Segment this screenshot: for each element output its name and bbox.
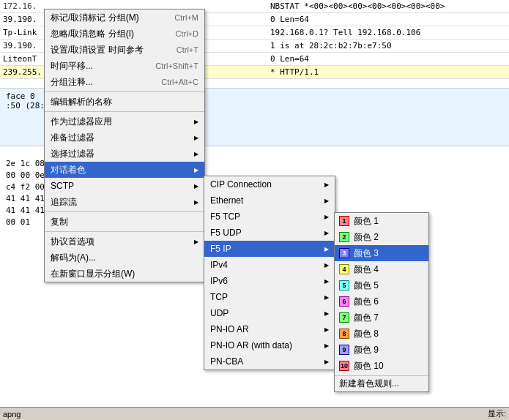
menu-item-cip[interactable]: CIP Connection ▶ [204, 176, 335, 192]
color-item-2[interactable]: 2 颜色 2 [335, 229, 428, 245]
color-item-1[interactable]: 1 颜色 1 [335, 213, 428, 229]
color-swatch-10: 10 [339, 361, 349, 371]
menu-item-select-filter[interactable]: 选择过滤器 ▶ [45, 146, 204, 162]
color-swatch-6: 6 [339, 296, 349, 307]
menu-item-follow-stream[interactable]: 追踪流 ▶ [45, 194, 204, 210]
color-item-9[interactable]: 9 颜色 9 [335, 342, 428, 358]
menu-separator [45, 91, 204, 92]
menu-item-time-shift[interactable]: 时间平移... Ctrl+Shift+T [45, 58, 204, 74]
menu-item-f5udp[interactable]: F5 UDP ▶ [204, 225, 335, 241]
color-swatch-8: 8 [339, 329, 349, 339]
color-item-5[interactable]: 5 颜色 5 [335, 277, 428, 293]
color-swatch-1: 1 [339, 216, 349, 226]
status-bar: apng 显示: [0, 407, 509, 420]
menu-item-f5ip[interactable]: F5 IP ▶ [204, 241, 335, 257]
color-item-8[interactable]: 8 颜色 8 [335, 326, 428, 342]
submenu-colors: 1 颜色 1 2 颜色 2 3 颜色 3 4 颜色 4 5 颜色 5 6 颜色 … [334, 212, 429, 392]
menu-item-ethernet[interactable]: Ethernet ▶ [204, 192, 335, 209]
menu-item-f5tcp[interactable]: F5 TCP ▶ [204, 209, 335, 225]
color-swatch-9: 9 [339, 345, 349, 355]
menu-item-pn-io-ar-data[interactable]: PN-IO AR (with data) ▶ [204, 337, 335, 353]
status-right: 显示: [488, 408, 506, 419]
menu-item-show-new-window[interactable]: 在新窗口显示分组(W) [45, 266, 204, 282]
menu-item-sctp[interactable]: SCTP ▶ [45, 178, 204, 194]
color-swatch-2: 2 [339, 232, 349, 242]
color-item-4[interactable]: 4 颜色 4 [335, 261, 428, 277]
menu-item-copy[interactable]: 复制 [45, 214, 204, 230]
new-color-rule-button[interactable]: 新建着色规则... [335, 375, 428, 391]
menu-item-edit-resolve[interactable]: 编辑解析的名称 [45, 94, 204, 110]
menu-item-decode-as[interactable]: 解码为(A)... [45, 250, 204, 266]
color-item-10[interactable]: 10 颜色 10 [335, 358, 428, 374]
color-swatch-7: 7 [339, 312, 349, 323]
color-item-6[interactable]: 6 颜色 6 [335, 293, 428, 310]
menu-separator [45, 231, 204, 232]
menu-item-proto-prefs[interactable]: 协议首选项 ▶ [45, 233, 204, 250]
color-item-7[interactable]: 7 颜色 7 [335, 310, 428, 326]
menu-item-udp[interactable]: UDP ▶ [204, 305, 335, 321]
color-item-3[interactable]: 3 颜色 3 [335, 245, 428, 261]
menu-item-set-ref[interactable]: 设置/取消设置 时间参考 Ctrl+T [45, 42, 204, 58]
menu-item-tcp[interactable]: TCP ▶ [204, 289, 335, 305]
submenu-colorize: CIP Connection ▶ Ethernet ▶ F5 TCP ▶ F5 … [204, 176, 335, 370]
status-text: apng [3, 410, 21, 419]
color-swatch-5: 5 [339, 280, 349, 290]
color-swatch-4: 4 [339, 264, 349, 274]
menu-item-mark[interactable]: 标记/取消标记 分组(M) Ctrl+M [45, 10, 204, 26]
context-menu-l1: 标记/取消标记 分组(M) Ctrl+M 忽略/取消忽略 分组(I) Ctrl+… [44, 9, 205, 282]
menu-item-ipv6[interactable]: IPv6 ▶ [204, 273, 335, 289]
menu-item-pkt-comment[interactable]: 分组注释... Ctrl+Alt+C [45, 74, 204, 90]
menu-separator [45, 211, 204, 212]
menu-item-ignore[interactable]: 忽略/取消忽略 分组(I) Ctrl+D [45, 26, 204, 42]
menu-item-ipv4[interactable]: IPv4 ▶ [204, 257, 335, 273]
menu-separator [45, 111, 204, 112]
menu-item-prepare-filter[interactable]: 准备过滤器 ▶ [45, 130, 204, 146]
color-swatch-3: 3 [339, 248, 349, 258]
menu-item-pn-io-ar[interactable]: PN-IO AR ▶ [204, 321, 335, 337]
menu-item-pn-cba[interactable]: PN-CBA ▶ [204, 353, 335, 370]
menu-item-apply-filter[interactable]: 作为过滤器应用 ▶ [45, 113, 204, 130]
new-color-rule-label: 新建着色规则... [339, 378, 399, 390]
menu-item-colorize-convo[interactable]: 对话着色 ▶ [45, 162, 204, 178]
